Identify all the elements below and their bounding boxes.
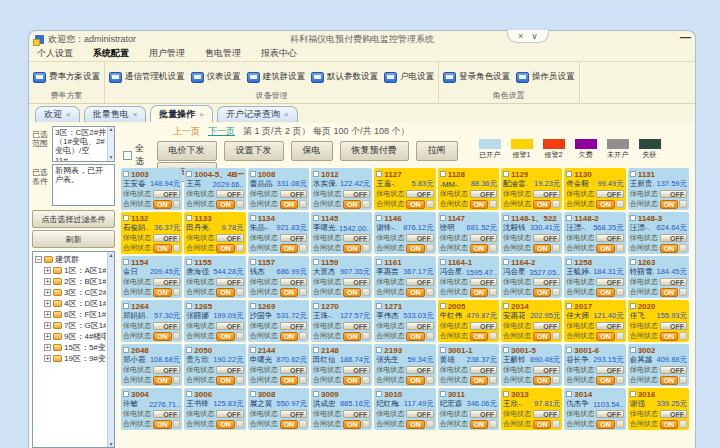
switch-on-badge[interactable]: ON — [596, 288, 615, 297]
switch-toggle[interactable]: ON — [280, 200, 307, 209]
switch-toggle[interactable]: ON — [280, 376, 307, 385]
switch-on-badge[interactable]: ON — [533, 244, 552, 253]
switch-toggle[interactable]: ON — [596, 420, 623, 429]
protect-off-toggle[interactable]: OFF — [280, 410, 307, 418]
protect-off-toggle[interactable]: OFF — [660, 366, 687, 374]
menu-item[interactable]: 系统配置 — [93, 47, 129, 60]
switch-toggle[interactable]: ON — [533, 420, 560, 429]
card-checkbox[interactable] — [250, 391, 256, 397]
meter-card[interactable]: 3013王欣-.97.81元保电状态OFF合闸状态ON — [501, 388, 562, 430]
ribbon-button[interactable]: 仪表设置 — [191, 71, 241, 83]
card-checkbox[interactable] — [630, 171, 636, 177]
card-checkbox[interactable] — [250, 303, 256, 309]
meter-card[interactable]: 1148-3汪漂-.624.64元保电状态OFF合闸状态ON — [628, 212, 689, 254]
card-checkbox[interactable] — [123, 259, 129, 265]
switch-toggle[interactable]: ON — [216, 288, 243, 297]
card-checkbox[interactable] — [376, 259, 382, 265]
protect-off-toggle[interactable]: OFF — [596, 366, 623, 374]
protect-off-toggle[interactable]: OFF — [406, 234, 433, 242]
action-button[interactable]: 拉闸 — [416, 141, 458, 161]
switch-toggle[interactable]: ON — [216, 332, 243, 341]
action-button[interactable]: 恢复预付费 — [340, 141, 409, 161]
switch-on-badge[interactable]: ON — [470, 420, 489, 429]
card-checkbox[interactable] — [123, 171, 129, 177]
meter-card[interactable]: 2048郑小霞108.68元保电状态OFF合闸状态ON — [121, 344, 182, 386]
switch-toggle[interactable]: ON — [153, 200, 180, 209]
switch-toggle[interactable]: ON — [470, 244, 497, 253]
switch-on-badge[interactable]: ON — [343, 288, 362, 297]
card-checkbox[interactable] — [313, 259, 319, 265]
meter-card[interactable]: 1271李伟杰533.03元保电状态OFF合闸状态ON — [374, 300, 435, 342]
switch-toggle[interactable]: ON — [660, 244, 687, 253]
card-checkbox[interactable] — [503, 215, 509, 221]
protect-off-toggle[interactable]: OFF — [343, 278, 370, 286]
ribbon-button[interactable]: 费率方案设置 — [33, 71, 100, 83]
card-checkbox[interactable] — [630, 259, 636, 265]
card-checkbox[interactable] — [250, 215, 256, 221]
switch-toggle[interactable]: ON — [660, 376, 687, 385]
switch-on-badge[interactable]: ON — [533, 420, 552, 429]
minimize-button[interactable]: — — [680, 31, 691, 43]
select-all-checkbox[interactable] — [123, 151, 132, 160]
switch-on-badge[interactable]: ON — [533, 376, 552, 385]
card-checkbox[interactable] — [440, 347, 446, 353]
meter-card[interactable]: 3010纪红梅.117.49元保电状态OFF合闸状态ON — [374, 388, 435, 430]
tab-close-icon[interactable]: × — [66, 110, 71, 119]
ribbon-button[interactable]: 建筑群设置 — [247, 71, 306, 83]
menu-item[interactable]: 用户管理 — [149, 47, 185, 60]
switch-toggle[interactable]: ON — [660, 200, 687, 209]
protect-off-toggle[interactable]: OFF — [533, 322, 560, 330]
switch-toggle[interactable]: ON — [470, 332, 497, 341]
action-button[interactable]: 保电 — [291, 141, 333, 161]
meter-card[interactable]: 3002俞其越409.88元保电状态OFF合闸状态ON — [628, 344, 689, 386]
meter-card[interactable]: 1147徐明681.52元保电状态OFF合闸状态ON — [438, 212, 499, 254]
protect-off-toggle[interactable]: OFF — [533, 234, 560, 242]
protect-off-toggle[interactable]: OFF — [596, 234, 623, 242]
switch-on-badge[interactable]: ON — [660, 200, 679, 209]
document-tab[interactable]: 批量售电× — [84, 106, 147, 122]
expand-icon[interactable]: + — [44, 278, 51, 285]
switch-toggle[interactable]: ON — [596, 332, 623, 341]
switch-toggle[interactable]: ON — [343, 332, 370, 341]
meter-card[interactable]: 2005牛红伟479.87元保电状态OFF合闸状态ON — [438, 300, 499, 342]
protect-off-toggle[interactable]: OFF — [470, 410, 497, 418]
meter-card[interactable]: 3016谢强339.25元保电状态OFF合闸状态ON — [628, 388, 689, 430]
protect-off-toggle[interactable]: OFF — [596, 322, 623, 330]
tree-root[interactable]: −建筑群 — [35, 254, 106, 265]
switch-toggle[interactable]: ON — [596, 200, 623, 209]
protect-off-toggle[interactable]: OFF — [596, 410, 623, 418]
switch-on-badge[interactable]: ON — [660, 244, 679, 253]
tree-item[interactable]: +6区：F区1#井（F区1# — [35, 309, 106, 320]
switch-toggle[interactable]: ON — [596, 244, 623, 253]
switch-toggle[interactable]: ON — [216, 420, 243, 429]
meter-card[interactable]: 1159大置杰907.35元保电状态OFF合闸状态ON — [311, 256, 372, 298]
switch-on-badge[interactable]: ON — [596, 200, 615, 209]
switch-toggle[interactable]: ON — [280, 332, 307, 341]
switch-toggle[interactable]: ON — [406, 420, 433, 429]
switch-on-badge[interactable]: ON — [596, 420, 615, 429]
switch-on-badge[interactable]: ON — [153, 244, 172, 253]
protect-off-toggle[interactable]: OFF — [280, 190, 307, 198]
action-button[interactable]: 设置下发 — [224, 141, 284, 161]
switch-toggle[interactable]: ON — [470, 200, 497, 209]
switch-on-badge[interactable]: ON — [660, 288, 679, 297]
meter-card[interactable]: 3009洪成忠885.16元保电状态OFF合闸状态ON — [311, 388, 372, 430]
meter-card[interactable]: 1164-1冯合星.1595.47..保电状态OFF合闸状态ON — [438, 256, 499, 298]
switch-on-badge[interactable]: ON — [343, 376, 362, 385]
card-checkbox[interactable] — [440, 303, 446, 309]
protect-off-toggle[interactable]: OFF — [533, 366, 560, 374]
card-checkbox[interactable] — [566, 259, 572, 265]
tree-item[interactable]: +19区：9#变电站（2#变 — [35, 353, 106, 364]
switch-on-badge[interactable]: ON — [216, 376, 235, 385]
switch-toggle[interactable]: ON — [533, 200, 560, 209]
card-checkbox[interactable] — [376, 171, 382, 177]
switch-toggle[interactable]: ON — [280, 244, 307, 253]
expand-icon[interactable]: + — [44, 311, 51, 318]
switch-toggle[interactable]: ON — [280, 420, 307, 429]
meter-card[interactable]: 2144申曙光870.62元保电状态OFF合闸状态ON — [248, 344, 309, 386]
switch-on-badge[interactable]: ON — [216, 200, 235, 209]
tree-scrollbar[interactable]: ▲▼ — [107, 252, 114, 447]
protect-off-toggle[interactable]: OFF — [216, 322, 243, 330]
switch-toggle[interactable]: ON — [660, 288, 687, 297]
switch-on-badge[interactable]: ON — [216, 288, 235, 297]
